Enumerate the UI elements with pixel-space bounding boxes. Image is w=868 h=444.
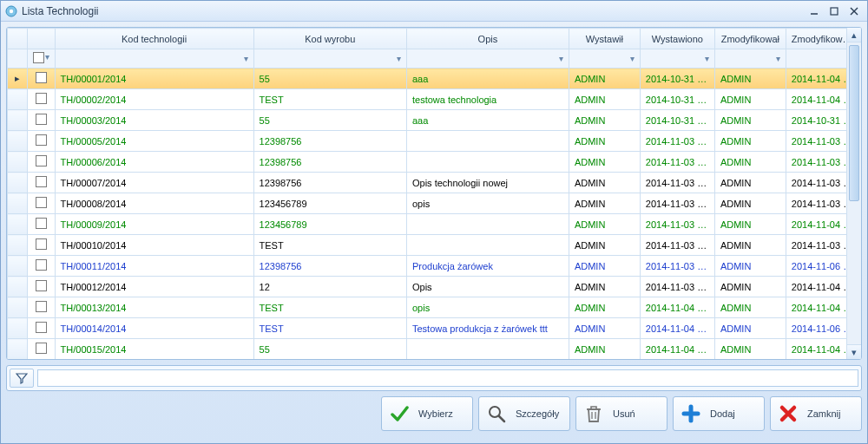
row-checkbox-cell[interactable] <box>28 214 56 235</box>
row-checkbox-cell[interactable] <box>28 173 56 193</box>
wybierz-button[interactable]: Wybierz <box>381 396 473 431</box>
row-checkbox-cell[interactable] <box>28 69 56 89</box>
cell-kod: TH/00010/2014 <box>55 235 253 256</box>
cell-wystawil: ADMIN <box>569 131 640 152</box>
table-row[interactable]: TH/00015/201455ADMIN2014-11-04 1...ADMIN… <box>8 339 861 360</box>
funnel-icon <box>16 372 28 384</box>
cell-wyrob: 55 <box>253 69 406 89</box>
table-row[interactable]: TH/00010/2014TESTADMIN2014-11-03 0...ADM… <box>8 235 861 256</box>
cell-opis: aaa <box>406 69 569 89</box>
usun-button[interactable]: Usuń <box>575 396 667 431</box>
cell-wystawiono: 2014-10-31 1... <box>640 69 714 89</box>
row-checkbox[interactable] <box>36 197 47 208</box>
grid-scroll[interactable]: Kod technologii Kod wyrobu Opis Wystawił… <box>7 28 861 359</box>
filter-button[interactable] <box>10 369 34 388</box>
row-checkbox[interactable] <box>36 155 47 166</box>
row-checkbox[interactable] <box>36 114 47 125</box>
col-wystawil[interactable]: Wystawił <box>569 29 640 49</box>
dodaj-button[interactable]: Dodaj <box>673 396 765 431</box>
row-checkbox-cell[interactable] <box>28 193 56 214</box>
funnel-icon[interactable]: ▾ <box>630 54 635 63</box>
col-opis[interactable]: Opis <box>406 29 569 49</box>
funnel-icon[interactable]: ▾ <box>776 54 780 63</box>
col-kod-wyrobu[interactable]: Kod wyrobu <box>253 29 406 49</box>
row-checkbox-cell[interactable] <box>28 318 56 339</box>
table-row[interactable]: TH/00002/2014TESTtestowa technologiaADMI… <box>8 89 861 110</box>
cell-wyrob: 55 <box>253 339 406 360</box>
zamknij-button[interactable]: Zamknij <box>770 396 862 431</box>
row-checkbox[interactable] <box>36 176 47 187</box>
szczegoly-button[interactable]: Szczegóły <box>478 396 570 431</box>
filter-wystawiono[interactable]: ▾ <box>640 49 714 69</box>
row-indicator <box>8 339 28 360</box>
row-checkbox-cell[interactable] <box>28 297 56 318</box>
minimize-button[interactable] <box>805 4 824 18</box>
cell-wyrob: 12398756 <box>253 256 406 277</box>
row-checkbox-cell[interactable] <box>28 131 56 152</box>
funnel-icon[interactable]: ▾ <box>397 54 401 63</box>
funnel-icon[interactable]: ▾ <box>705 54 709 63</box>
table-row[interactable]: TH/00008/2014123456789opisADMIN2014-11-0… <box>8 193 861 214</box>
table-row[interactable]: TH/00013/2014TESTopisADMIN2014-11-04 1..… <box>8 297 861 318</box>
funnel-icon[interactable]: ▾ <box>244 54 248 63</box>
maximize-button[interactable] <box>825 4 844 18</box>
cell-wyrob: 12398756 <box>253 131 406 152</box>
col-indicator[interactable] <box>8 29 28 49</box>
row-checkbox-cell[interactable] <box>28 256 56 277</box>
scroll-thumb[interactable] <box>849 45 859 201</box>
row-checkbox-cell[interactable] <box>28 152 56 173</box>
row-indicator <box>8 110 28 131</box>
row-checkbox[interactable] <box>36 72 47 83</box>
close-button[interactable] <box>845 4 864 18</box>
col-checkbox[interactable] <box>28 29 56 49</box>
col-zmodyfikowal[interactable]: Zmodyfikował <box>714 29 786 49</box>
row-indicator <box>8 131 28 152</box>
vertical-scrollbar[interactable]: ▴ ▾ <box>846 28 861 359</box>
table-row[interactable]: TH/00005/201412398756ADMIN2014-11-03 0..… <box>8 131 861 152</box>
filter-wyrob[interactable]: ▾ <box>253 49 406 69</box>
table-row[interactable]: ▸TH/00001/201455aaaADMIN2014-10-31 1...A… <box>8 69 861 89</box>
cell-wystawiono: 2014-11-04 1... <box>640 297 714 318</box>
table-row[interactable]: TH/00006/201412398756ADMIN2014-11-03 0..… <box>8 152 861 173</box>
row-checkbox-cell[interactable] <box>28 110 56 131</box>
cell-kod: TH/00001/2014 <box>55 69 253 89</box>
table-row[interactable]: TH/00012/201412OpisADMIN2014-11-03 1...A… <box>8 277 861 297</box>
cell-wystawiono: 2014-10-31 1... <box>640 110 714 131</box>
table-row[interactable]: TH/00003/201455aaaADMIN2014-10-31 1...AD… <box>8 110 861 131</box>
cell-zmodyfikowal: ADMIN <box>714 256 786 277</box>
filter-checkbox[interactable]: ▾ <box>28 49 56 69</box>
cell-wyrob: TEST <box>253 235 406 256</box>
table-row[interactable]: TH/00007/201412398756Opis technologii no… <box>8 173 861 193</box>
search-input[interactable] <box>37 369 858 387</box>
row-checkbox[interactable] <box>36 280 47 291</box>
row-checkbox[interactable] <box>36 301 47 312</box>
filter-kod[interactable]: ▾ <box>55 49 253 69</box>
row-checkbox[interactable] <box>36 238 47 250</box>
titlebar[interactable]: Lista Technologii <box>1 1 867 22</box>
filter-check-all[interactable] <box>33 52 44 63</box>
row-checkbox-cell[interactable] <box>28 339 56 360</box>
filter-opis[interactable]: ▾ <box>406 49 569 69</box>
col-wystawiono[interactable]: Wystawiono <box>640 29 714 49</box>
filter-wystawil[interactable]: ▾ <box>569 49 640 69</box>
row-checkbox[interactable] <box>36 93 47 104</box>
row-checkbox-cell[interactable] <box>28 235 56 256</box>
table-row[interactable]: TH/00009/2014123456789ADMIN2014-11-03 0.… <box>8 214 861 235</box>
table-row[interactable]: TH/00014/2014TESTTestowa produkcja z żar… <box>8 318 861 339</box>
row-checkbox[interactable] <box>36 322 47 333</box>
scroll-up-arrow[interactable]: ▴ <box>847 28 861 42</box>
filter-zmod[interactable]: ▾ <box>714 49 786 69</box>
funnel-icon[interactable]: ▾ <box>45 52 49 62</box>
row-indicator <box>8 214 28 235</box>
col-kod-technologii[interactable]: Kod technologii <box>55 29 253 49</box>
row-checkbox-cell[interactable] <box>28 89 56 110</box>
funnel-icon[interactable]: ▾ <box>559 54 563 63</box>
scroll-down-arrow[interactable]: ▾ <box>847 344 861 359</box>
cell-wystawiono: 2014-11-03 0... <box>640 173 714 193</box>
row-checkbox[interactable] <box>36 134 47 146</box>
row-checkbox[interactable] <box>36 218 47 229</box>
row-checkbox[interactable] <box>36 343 47 354</box>
row-checkbox[interactable] <box>36 259 47 271</box>
table-row[interactable]: TH/00011/201412398756Produkcja żarówekAD… <box>8 256 861 277</box>
row-checkbox-cell[interactable] <box>28 277 56 297</box>
